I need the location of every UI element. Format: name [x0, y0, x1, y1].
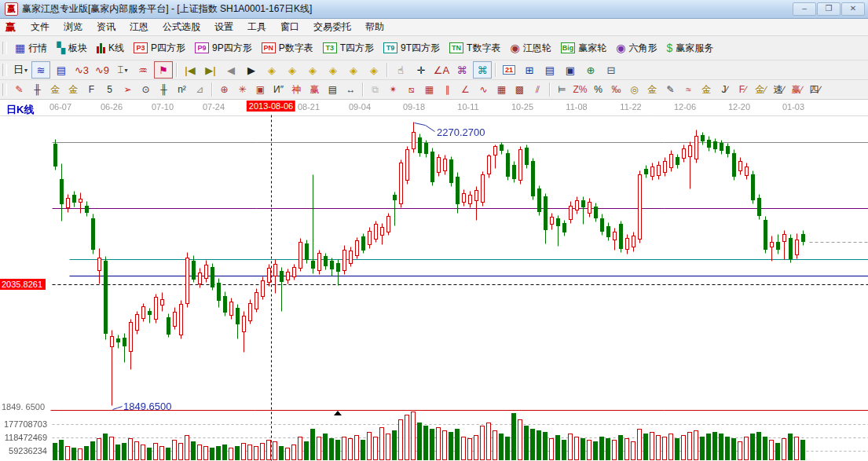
toolbar-item-winner-wheel[interactable]: Big赢家轮: [556, 40, 612, 57]
toolbar-item-hexagon[interactable]: ◉六角形: [611, 40, 661, 57]
toolbar-item-sectors[interactable]: ▚板块: [52, 40, 92, 57]
gold-angle-tool[interactable]: 金∕: [752, 82, 770, 97]
next-bar-icon[interactable]: ▶: [242, 61, 261, 79]
close-button[interactable]: ✕: [841, 2, 865, 16]
frame-tool[interactable]: ⧉: [366, 82, 384, 97]
compass-star-tool[interactable]: ✳: [233, 82, 251, 97]
f-angle-tool[interactable]: F∕: [734, 82, 752, 97]
rocket-tool[interactable]: ➢: [119, 82, 137, 97]
notes-icon[interactable]: ▤: [540, 61, 559, 79]
compass-circle-tool[interactable]: ⊕: [215, 82, 233, 97]
four-angle-tool[interactable]: 四∕: [806, 82, 824, 97]
gann-brain-teal-icon[interactable]: ⌘: [473, 61, 492, 79]
menu-item-window[interactable]: 窗口: [273, 19, 306, 35]
wave-gold-tool[interactable]: ≈: [679, 82, 698, 97]
percent-line-tool[interactable]: ‰: [607, 82, 625, 97]
f-ruler-tool[interactable]: F: [82, 82, 101, 97]
angle-fan-tool[interactable]: ∠: [456, 82, 474, 97]
scroll-left-icon[interactable]: ◈: [262, 61, 281, 79]
shen-marker-tool[interactable]: 神: [288, 82, 306, 97]
gann-brain-purple-icon[interactable]: ⌘: [452, 61, 471, 79]
toolbar-item-9t-square[interactable]: T99T四方形: [379, 40, 445, 57]
menu-item-settings[interactable]: 设置: [207, 19, 240, 35]
crosshair-icon[interactable]: ✛: [412, 61, 430, 79]
toolbar-item-p-number-table[interactable]: PNP数字表: [257, 40, 318, 57]
angle-a-icon[interactable]: ∠A: [432, 61, 451, 79]
zoom-x-icon[interactable]: ◈: [303, 61, 322, 79]
zoom-all-icon[interactable]: ◈: [344, 61, 363, 79]
scale-tool[interactable]: ⊨: [553, 82, 571, 97]
toolbar-item-quotes[interactable]: ▦行情: [10, 40, 52, 57]
angle-ruler-tool[interactable]: ⊿: [191, 82, 209, 97]
red-grid-b-tool[interactable]: ▩: [511, 82, 529, 97]
slashes-tool[interactable]: ⫽: [529, 82, 547, 97]
dial-tool[interactable]: ⊙: [137, 82, 155, 97]
color-flag-icon[interactable]: ⚑: [154, 61, 173, 79]
toolbar-item-p-square[interactable]: P3P四方形: [129, 40, 190, 57]
menu-item-news[interactable]: 资讯: [90, 19, 123, 35]
gold-ruler-a-tool[interactable]: 金: [46, 82, 64, 97]
fan-lines-tool[interactable]: ✴: [384, 82, 402, 97]
gold-ruler-b-tool[interactable]: 金: [64, 82, 82, 97]
speed-angle-tool[interactable]: 速∕: [770, 82, 788, 97]
overlay-chart-icon[interactable]: ≋: [31, 61, 50, 79]
world-refresh-icon: ⊕: [587, 64, 595, 76]
menu-item-browse[interactable]: 浏览: [57, 19, 90, 35]
gold-level-tool[interactable]: 金: [643, 82, 661, 97]
toolbar-item-t-square[interactable]: T3T四方形: [318, 40, 379, 57]
gold-circle-tool[interactable]: ◎: [625, 82, 643, 97]
toolbar-item-winner-service[interactable]: $赢家服务: [661, 40, 718, 57]
last-page-icon[interactable]: ▶|: [201, 61, 220, 79]
red-pattern-icon[interactable]: ♒: [134, 61, 152, 79]
gold-line-tool[interactable]: 金: [698, 82, 716, 97]
maximize-button[interactable]: ❐: [817, 2, 841, 16]
ying-marker-tool[interactable]: 赢: [306, 82, 324, 97]
period-daily-dropdown[interactable]: 日▾: [11, 61, 30, 79]
menu-item-formula-stock-pick[interactable]: 公式选股: [156, 19, 207, 35]
black-ruler-tool[interactable]: ╫: [155, 82, 173, 97]
h-measure-tool[interactable]: ↔: [342, 82, 360, 97]
toolbar-item-kline[interactable]: K线: [92, 40, 129, 57]
menu-item-tools[interactable]: 工具: [240, 19, 273, 35]
menu-item-help[interactable]: 帮助: [358, 19, 391, 35]
info-panel-icon[interactable]: ▤: [52, 61, 71, 79]
first-page-icon[interactable]: |◀: [181, 61, 200, 79]
red-grid-a-tool[interactable]: ▦: [493, 82, 511, 97]
toolbar-item-gann-wheel[interactable]: ◉江恩轮: [505, 40, 555, 57]
pen-tool[interactable]: ✎: [10, 82, 28, 97]
menu-item-trade-order[interactable]: 交易委托: [306, 19, 358, 35]
ink-tool[interactable]: ✎: [661, 82, 679, 97]
zoom-y-icon[interactable]: ◈: [324, 61, 342, 79]
save-icon[interactable]: ▣: [561, 61, 580, 79]
scroll-right-icon[interactable]: ◈: [283, 61, 302, 79]
calculator-icon[interactable]: ⊞: [520, 61, 539, 79]
gann-box-tool[interactable]: ⧅: [402, 82, 420, 97]
percent-tool[interactable]: %: [589, 82, 607, 97]
wave-3-icon[interactable]: ∿3: [72, 61, 91, 79]
candle-style-dropdown[interactable]: ⌶▾: [113, 61, 132, 79]
printer-icon[interactable]: ⊟: [602, 61, 621, 79]
minimize-button[interactable]: –: [793, 2, 816, 16]
toolbar-item-t-number-table[interactable]: TNT数字表: [445, 40, 505, 57]
prev-bar-icon[interactable]: ◀: [222, 61, 240, 79]
zigzag-tool[interactable]: ∿: [474, 82, 493, 97]
percent-z-tool[interactable]: Z%: [571, 82, 589, 97]
drag-hand-icon[interactable]: ☝: [391, 61, 410, 79]
compass-square-tool[interactable]: ▣: [251, 82, 269, 97]
ruler-123-tool[interactable]: ▤: [324, 82, 342, 97]
comb-ruler-tool[interactable]: ╫: [28, 82, 46, 97]
gann-grid-tool[interactable]: ▦: [420, 82, 438, 97]
wave-9-icon[interactable]: ∿9: [93, 61, 112, 79]
win-angle-tool[interactable]: 赢∕: [788, 82, 806, 97]
five-ruler-tool[interactable]: 5: [101, 82, 119, 97]
toolbar-item-9p-square[interactable]: P99P四方形: [190, 40, 257, 57]
parallel-lines-tool[interactable]: ∥: [438, 82, 456, 97]
n2-ruler-tool[interactable]: n²: [173, 82, 191, 97]
ki-marker-tool[interactable]: И″: [269, 82, 288, 97]
pan-all-icon[interactable]: ◈: [364, 61, 383, 79]
menu-item-file[interactable]: 文件: [24, 19, 57, 35]
menu-item-gann[interactable]: 江恩: [123, 19, 156, 35]
calendar-21-icon[interactable]: 21: [500, 61, 518, 79]
world-refresh-icon[interactable]: ⊕: [581, 61, 600, 79]
j-angle-tool[interactable]: J∕: [716, 82, 734, 97]
